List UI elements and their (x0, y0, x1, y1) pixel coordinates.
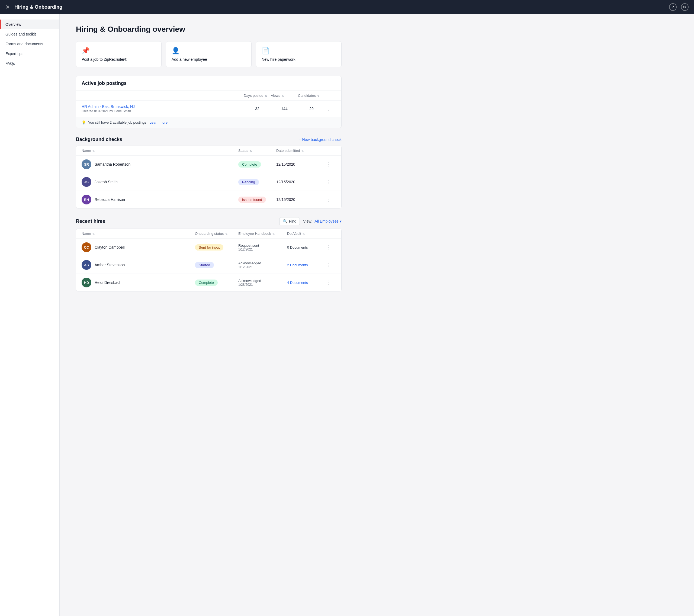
view-dropdown: View: All Employees ▾ (303, 219, 342, 223)
employee-name: Clayton Campbell (95, 245, 125, 250)
name-cell: AS Amber Stevenson (81, 260, 195, 270)
recent-hires-title: Recent hires (76, 219, 105, 224)
sidebar-item-guides[interactable]: Guides and toolkit (0, 29, 59, 39)
avatar: CC (81, 242, 91, 252)
sort-icon: ⇅ (92, 149, 95, 152)
recent-hires-header-row: Recent hires 🔍 Find View: All Employees … (76, 217, 342, 225)
sort-icon: ⇅ (302, 149, 304, 152)
new-background-check-button[interactable]: + New background check (299, 138, 342, 142)
close-icon[interactable]: ✕ (5, 4, 10, 10)
onboarding-status-cell: Complete (195, 279, 238, 286)
handbook-date: 1/12/2021 (238, 265, 287, 269)
table-row: JS Joseph Smith Pending 12/15/2020 ⋮ (76, 173, 341, 191)
job-meta: Created 8/31/2021 by Gene Smith (81, 109, 244, 113)
main-content: Hiring & Onboarding overview 📌 Post a jo… (60, 14, 358, 616)
tip-row: 💡 You still have 2 available job posting… (76, 117, 341, 128)
search-icon: 🔍 (283, 219, 287, 223)
handbook-date: 1/28/2021 (238, 283, 287, 287)
onboarding-status-cell: Started (195, 262, 238, 268)
onboarding-status-cell: Sent for input (195, 244, 238, 251)
docvault-cell: 4 Documents (287, 280, 325, 285)
status-badge: Pending (238, 179, 259, 185)
sidebar-item-faqs[interactable]: FAQs (0, 58, 59, 68)
paperwork-label: New hire paperwork (261, 57, 336, 61)
col-status: Status ⇅ (238, 149, 276, 153)
hires-controls: 🔍 Find View: All Employees ▾ (279, 217, 342, 225)
handbook-cell: Acknowledged 1/12/2021 (238, 261, 287, 269)
sidebar-item-expert[interactable]: Expert tips (0, 49, 59, 58)
quick-card-employee[interactable]: 👤 Add a new employee (166, 41, 252, 67)
bg-section-header-row: Background checks + New background check (76, 137, 342, 142)
paperwork-icon: 📄 (261, 47, 336, 54)
row-more-button[interactable]: ⋮ (325, 279, 333, 286)
quick-card-zip[interactable]: 📌 Post a job to ZipRecruiter® (76, 41, 162, 67)
status-badge: Sent for input (195, 244, 223, 251)
avatar: SR (81, 159, 91, 169)
col-docvault: DocVault ⇅ (287, 232, 325, 236)
name-cell: HD Heidi Dreisbach (81, 278, 195, 287)
table-row: SR Samantha Robertson Complete 12/15/202… (76, 156, 341, 173)
employee-name: Rebecca Harrison (95, 197, 125, 202)
bg-checks-section: Name ⇅ Status ⇅ Date submitted ⇅ SR Sama… (76, 146, 342, 209)
employee-name: Amber Stevenson (95, 263, 125, 267)
sort-icon: ⇅ (225, 232, 227, 235)
table-row: RH Rebecca Harrison Issues found 12/15/2… (76, 191, 341, 208)
row-more-button[interactable]: ⋮ (325, 161, 333, 168)
date-cell: 12/15/2020 (276, 162, 325, 166)
docvault-cell: 2 Documents (287, 263, 325, 267)
top-nav: ✕ Hiring & Onboarding ? ✉ (0, 0, 694, 14)
row-more-button[interactable]: ⋮ (325, 196, 333, 203)
avatar: JS (81, 177, 91, 187)
job-link[interactable]: HR Admin - East Brunswick, NJ (81, 104, 135, 109)
job-postings-header: Active job postings (76, 76, 341, 91)
sort-icon: ⇅ (265, 94, 267, 97)
col-views: Views ⇅ (271, 93, 298, 97)
view-select-dropdown[interactable]: All Employees ▾ (314, 219, 342, 223)
message-icon[interactable]: ✉ (681, 3, 689, 11)
handbook-label: Acknowledged (238, 261, 287, 265)
row-more-button[interactable]: ⋮ (325, 261, 333, 269)
avatar: RH (81, 195, 91, 204)
name-cell: CC Clayton Campbell (81, 242, 195, 252)
date-cell: 12/15/2020 (276, 180, 325, 184)
handbook-date: 1/12/2021 (238, 248, 287, 251)
row-more-button[interactable]: ⋮ (325, 178, 333, 186)
status-badge: Complete (195, 279, 218, 286)
zip-icon: 📌 (81, 47, 156, 54)
quick-card-paperwork[interactable]: 📄 New hire paperwork (256, 41, 342, 67)
job-candidates: 29 (298, 107, 325, 111)
col-onboarding-status: Onboarding status ⇅ (195, 232, 238, 236)
col-days-posted: Days posted ⇅ (244, 93, 271, 97)
job-postings-title: Active job postings (81, 80, 127, 86)
sidebar-item-overview[interactable]: Overview (0, 19, 59, 29)
job-table-header: Days posted ⇅ Views ⇅ Candidates ⇅ (76, 91, 341, 101)
chevron-down-icon: ▾ (340, 219, 342, 223)
job-more-button[interactable]: ⋮ (325, 105, 333, 112)
docvault-link[interactable]: 4 Documents (287, 280, 308, 285)
recent-hires-wrapper: Recent hires 🔍 Find View: All Employees … (76, 217, 342, 291)
find-button[interactable]: 🔍 Find (279, 217, 300, 225)
avatar: AS (81, 260, 91, 270)
name-cell: SR Samantha Robertson (81, 159, 238, 169)
tip-link[interactable]: Learn more (150, 120, 167, 124)
sidebar-item-forms[interactable]: Forms and documents (0, 39, 59, 49)
docvault-cell: 0 Documents (287, 245, 325, 250)
avatar: HD (81, 278, 91, 287)
job-days: 32 (244, 107, 271, 111)
app-title: Hiring & Onboarding (14, 4, 669, 10)
employee-name: Heidi Dreisbach (95, 280, 122, 285)
row-more-button[interactable]: ⋮ (325, 243, 333, 251)
docvault-link[interactable]: 2 Documents (287, 263, 308, 267)
help-icon[interactable]: ? (669, 3, 677, 11)
bg-table-header: Name ⇅ Status ⇅ Date submitted ⇅ (76, 146, 341, 156)
status-cell: Pending (238, 179, 276, 185)
recent-hires-section: Name ⇅ Onboarding status ⇅ Employee Hand… (76, 229, 342, 291)
sort-icon: ⇅ (282, 94, 284, 97)
employee-name: Joseph Smith (95, 180, 118, 184)
handbook-cell: Acknowledged 1/28/2021 (238, 279, 287, 287)
sidebar: Overview Guides and toolkit Forms and do… (0, 14, 60, 616)
tip-icon: 💡 (81, 120, 86, 124)
background-checks-wrapper: Background checks + New background check… (76, 137, 342, 209)
col-date-submitted: Date submitted ⇅ (276, 149, 325, 153)
page-title: Hiring & Onboarding overview (76, 25, 342, 34)
